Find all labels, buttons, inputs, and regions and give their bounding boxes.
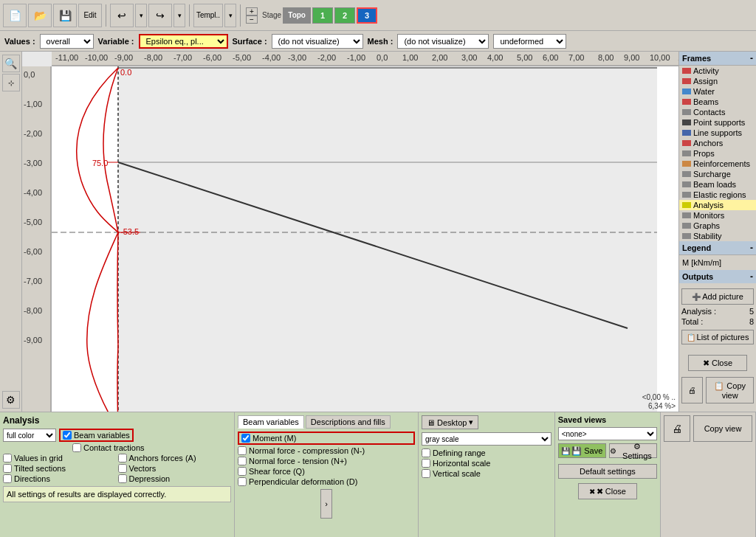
default-settings-button[interactable]: Default settings — [558, 464, 657, 479]
frames-item-beams[interactable]: Beams — [679, 97, 756, 107]
tab-beam-variables[interactable]: Beam variables — [238, 415, 304, 429]
zoom-button[interactable]: 🔍 — [2, 55, 20, 72]
tab-descriptions[interactable]: Descriptions and fills — [306, 415, 391, 429]
open-button[interactable]: 📂 — [28, 4, 52, 27]
vectors-checkbox[interactable] — [118, 464, 127, 473]
svg-text:1,00: 1,00 — [402, 53, 418, 62]
vertical-scale-checkbox[interactable] — [422, 469, 430, 478]
svg-text:-8,00: -8,00 — [24, 306, 42, 315]
edit-button[interactable]: Edit — [78, 4, 102, 27]
copy-view-button[interactable]: 📋 Copy view — [706, 377, 754, 403]
horizontal-scale-label[interactable]: Horizontal scale — [422, 459, 551, 468]
monitors-icon — [682, 212, 691, 218]
svg-text:-1,00: -1,00 — [347, 53, 365, 62]
outputs-collapse[interactable]: - — [750, 271, 753, 282]
anchors-forces-checkbox[interactable] — [118, 454, 127, 462]
variable-dropdown[interactable]: Epsilon eq., pl... — [139, 34, 228, 49]
tilted-sections-checkbox[interactable] — [3, 464, 12, 473]
frames-item-monitors[interactable]: Monitors — [679, 210, 756, 221]
undo-button[interactable]: ↩ — [110, 4, 134, 27]
frames-item-stability[interactable]: Stability — [679, 231, 756, 241]
frames-item-line-supports[interactable]: Line supports — [679, 128, 756, 138]
defining-range-label[interactable]: Defining range — [422, 448, 551, 457]
vertical-scale-label[interactable]: Vertical scale — [422, 469, 551, 478]
frames-item-surcharge[interactable]: Surcharge — [679, 169, 756, 179]
desktop-dropdown-button[interactable]: 🖥 Desktop ▾ — [422, 415, 478, 429]
stage-plus[interactable]: + — [246, 7, 258, 15]
saved-views-dropdown[interactable]: <none> — [558, 427, 657, 440]
frames-item-graphs[interactable]: Graphs — [679, 221, 756, 231]
defining-range-checkbox[interactable] — [422, 448, 430, 457]
normal-tens-checkbox[interactable] — [238, 457, 247, 465]
normal-tens-label[interactable]: Normal force - tension (N+) — [238, 457, 415, 465]
tilted-sections-label[interactable]: Tilted sections — [3, 464, 117, 473]
depression-checkbox[interactable] — [118, 474, 127, 483]
save-view-button[interactable]: 💾 💾 Save — [558, 443, 606, 458]
surface-dropdown[interactable]: (do not visualize) — [272, 34, 363, 49]
svg-text:9,00: 9,00 — [624, 53, 639, 62]
list-pictures-button[interactable]: 📋 List of pictures — [681, 330, 754, 344]
beam-variables-checkbox[interactable] — [63, 431, 72, 440]
frames-item-elastic-regions[interactable]: Elastic regions — [679, 190, 756, 200]
svg-text:-2,00: -2,00 — [317, 53, 336, 62]
settings-view-button[interactable]: ⚙ ⚙ Settings — [609, 443, 657, 458]
frames-collapse[interactable]: - — [750, 53, 753, 63]
add-picture-button[interactable]: ➕ Add picture — [681, 288, 754, 305]
perp-deform-label[interactable]: Perpendicular deformation (D) — [238, 477, 415, 486]
template-menu[interactable]: ▾ — [224, 4, 236, 27]
frames-item-beam-loads[interactable]: Beam loads — [679, 179, 756, 190]
undo-dropdown[interactable]: ▾ — [135, 4, 147, 27]
expand-button[interactable]: › — [320, 489, 332, 519]
template-button[interactable]: Templ.. — [193, 4, 223, 27]
beam-variables-checkbox-label[interactable]: Beam variables — [59, 429, 134, 442]
stage-3[interactable]: 3 — [357, 7, 377, 24]
print-btn-bottom[interactable]: 🖨 — [664, 415, 690, 442]
values-in-grid-checkbox[interactable] — [3, 454, 12, 462]
shear-force-checkbox[interactable] — [238, 467, 247, 476]
stage-2[interactable]: 2 — [334, 7, 355, 24]
frames-item-assign[interactable]: Assign — [679, 76, 756, 86]
contact-tractions-label[interactable]: Contact tractions — [72, 443, 145, 452]
copy-view-btn-bottom[interactable]: Copy view — [693, 415, 752, 442]
normal-comp-checkbox[interactable] — [238, 446, 247, 455]
legend-collapse[interactable]: - — [750, 243, 753, 253]
directions-checkbox[interactable] — [3, 474, 12, 483]
normal-comp-label[interactable]: Normal force - compression (N-) — [238, 446, 415, 455]
mesh-dropdown[interactable]: (do not visualize) — [397, 34, 489, 49]
depression-label[interactable]: Depression — [118, 474, 232, 483]
values-in-grid-label[interactable]: Values in grid — [3, 454, 117, 462]
moment-checkbox[interactable] — [241, 434, 250, 443]
frames-item-activity[interactable]: Activity — [679, 66, 756, 76]
redo-dropdown[interactable]: ▾ — [173, 4, 185, 27]
frames-item-reinforcements[interactable]: Reinforcements — [679, 159, 756, 169]
anchors-forces-label[interactable]: Anchors forces (A) — [118, 454, 232, 462]
color-scheme-select[interactable]: full color gray scale black/white — [3, 429, 56, 442]
frames-item-water[interactable]: Water — [679, 86, 756, 97]
save-button[interactable]: 💾 — [53, 4, 77, 27]
directions-label[interactable]: Directions — [3, 474, 117, 483]
frames-item-point-supports[interactable]: Point supports — [679, 117, 756, 128]
contact-tractions-checkbox[interactable] — [72, 443, 81, 452]
shear-force-label[interactable]: Shear force (Q) — [238, 467, 415, 476]
stage-minus[interactable]: − — [246, 15, 258, 24]
select-button[interactable]: ⊹ — [2, 74, 20, 91]
redo-button[interactable]: ↪ — [148, 4, 172, 27]
new-button[interactable]: 📄 — [3, 4, 27, 27]
stage-1[interactable]: 1 — [312, 7, 333, 24]
print-button[interactable]: 🖨 — [681, 377, 703, 403]
frames-item-analysis[interactable]: Analysis — [679, 200, 756, 210]
frames-item-props[interactable]: Props — [679, 148, 756, 159]
perp-deform-checkbox[interactable] — [238, 477, 247, 486]
frames-item-contacts[interactable]: Contacts — [679, 107, 756, 117]
deformed-dropdown[interactable]: undeformed — [493, 34, 566, 49]
vectors-label[interactable]: Vectors — [118, 464, 232, 473]
frames-item-anchors[interactable]: Anchors — [679, 138, 756, 148]
values-dropdown[interactable]: overall — [40, 34, 94, 49]
horizontal-scale-checkbox[interactable] — [422, 459, 430, 468]
gear-button[interactable]: ⚙ — [2, 391, 20, 409]
close-button[interactable]: ✖ Close — [688, 355, 747, 371]
moment-checkbox-label[interactable]: Moment (M) — [238, 432, 415, 445]
stage-topo[interactable]: Topo — [283, 7, 311, 24]
close-bottom-button[interactable]: ✖ ✖ Close — [578, 483, 637, 499]
scale-dropdown[interactable]: gray scale full color black/white — [422, 432, 551, 446]
